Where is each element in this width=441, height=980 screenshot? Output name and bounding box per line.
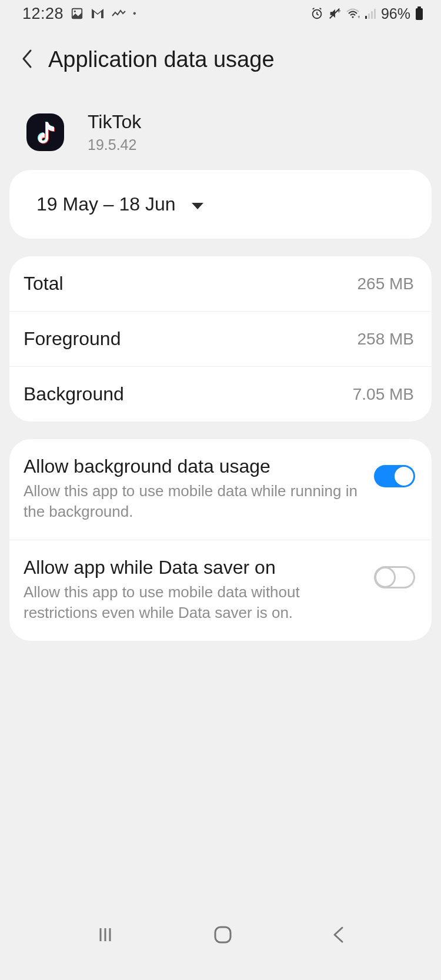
- usage-label: Foreground: [24, 328, 121, 350]
- system-nav-bar: [0, 915, 441, 980]
- svg-text:+: +: [358, 14, 360, 19]
- svg-rect-15: [215, 927, 230, 942]
- setting-text: Allow app while Data saver on Allow this…: [24, 557, 374, 623]
- date-range-selector[interactable]: 19 May – 18 Jun: [36, 193, 405, 215]
- usage-value: 265 MB: [358, 275, 415, 293]
- usage-row-foreground: Foreground 258 MB: [9, 311, 432, 366]
- page-title: Application data usage: [48, 47, 275, 72]
- battery-percent: 96%: [381, 5, 410, 22]
- usage-card: Total 265 MB Foreground 258 MB Backgroun…: [9, 256, 432, 422]
- header: Application data usage: [0, 31, 441, 90]
- nav-back-button[interactable]: [332, 926, 345, 946]
- chevron-down-icon: [191, 193, 204, 215]
- usage-label: Background: [24, 383, 124, 405]
- app-text: TikTok 19.5.42: [88, 111, 141, 153]
- usage-row-background: Background 7.05 MB: [9, 366, 432, 422]
- svg-rect-7: [368, 14, 370, 19]
- svg-point-1: [74, 11, 76, 12]
- stocks-icon: [112, 9, 126, 18]
- setting-background-data[interactable]: Allow background data usage Allow this a…: [9, 439, 432, 540]
- mute-vibrate-icon: [328, 7, 341, 20]
- svg-point-4: [352, 16, 353, 18]
- status-right: + 96%: [310, 5, 423, 22]
- usage-label: Total: [24, 273, 64, 295]
- app-info: TikTok 19.5.42: [0, 90, 441, 170]
- back-icon[interactable]: [20, 48, 34, 72]
- svg-rect-11: [417, 6, 421, 8]
- status-left: 12:28 •: [22, 5, 136, 23]
- toggle-data-saver[interactable]: [374, 566, 415, 588]
- svg-rect-6: [365, 16, 367, 19]
- battery-icon: [415, 6, 423, 21]
- app-name: TikTok: [88, 111, 141, 133]
- svg-rect-9: [374, 9, 376, 19]
- alarm-icon: [310, 7, 323, 20]
- tiktok-app-icon: [26, 113, 64, 151]
- status-time: 12:28: [22, 5, 64, 23]
- signal-icon: [365, 8, 376, 19]
- home-button[interactable]: [213, 925, 233, 947]
- usage-value: 7.05 MB: [353, 385, 414, 404]
- toggle-background-data[interactable]: [374, 465, 415, 487]
- usage-row-total: Total 265 MB: [9, 256, 432, 311]
- date-range-card: 19 May – 18 Jun: [9, 170, 432, 239]
- usage-value: 258 MB: [358, 330, 415, 349]
- more-notifications-icon: •: [133, 8, 136, 19]
- setting-desc: Allow this app to use mobile data while …: [24, 481, 362, 522]
- recents-button[interactable]: [96, 926, 114, 946]
- setting-title: Allow app while Data saver on: [24, 557, 362, 578]
- wifi-icon: +: [346, 8, 360, 19]
- svg-rect-10: [416, 8, 423, 20]
- gmail-icon: [91, 8, 105, 19]
- app-version: 19.5.42: [88, 136, 141, 153]
- setting-title: Allow background data usage: [24, 456, 362, 477]
- setting-text: Allow background data usage Allow this a…: [24, 456, 374, 522]
- settings-card: Allow background data usage Allow this a…: [9, 439, 432, 641]
- setting-data-saver[interactable]: Allow app while Data saver on Allow this…: [9, 540, 432, 641]
- svg-rect-8: [371, 11, 373, 19]
- setting-desc: Allow this app to use mobile data withou…: [24, 582, 362, 623]
- picture-icon: [71, 7, 83, 20]
- date-range-text: 19 May – 18 Jun: [36, 193, 176, 215]
- status-bar: 12:28 • + 96%: [0, 0, 441, 31]
